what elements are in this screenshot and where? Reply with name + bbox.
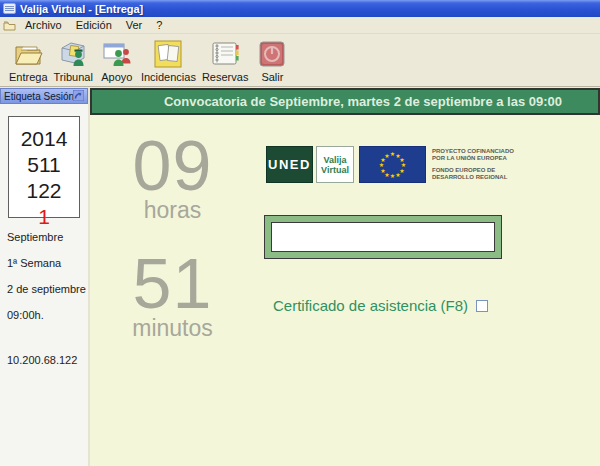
entrega-button[interactable]: Entrega (6, 37, 51, 84)
code-entry-frame (264, 215, 502, 259)
open-folder-icon (12, 38, 44, 70)
menu-help[interactable]: ? (149, 18, 169, 32)
svg-text:★: ★ (390, 172, 395, 179)
sidebar-title: Etiqueta Sesión (4, 91, 73, 102)
ip-address: 10.200.68.122 (0, 354, 88, 366)
ballot-box-person-icon (57, 38, 89, 70)
power-button-icon (256, 38, 288, 70)
titlebar: Valija Virtual - [Entrega] (0, 0, 600, 17)
incidencias-label: Incidencias (141, 71, 196, 83)
session-date: 2 de septiembre (7, 283, 88, 295)
salir-label: Salir (261, 71, 283, 83)
session-sidebar: Etiqueta Sesión 2014 511 122 1 Septiembr… (0, 88, 90, 466)
code-entry-input[interactable] (271, 222, 495, 252)
menu-ver[interactable]: Ver (119, 18, 150, 32)
countdown-clock: 09 horas 51 minutos (100, 136, 245, 340)
svg-text:★: ★ (395, 171, 400, 178)
session-label-box: 2014 511 122 1 (8, 116, 80, 218)
sticky-notes-icon (152, 38, 184, 70)
entrega-label: Entrega (9, 71, 48, 83)
main-panel: Convocatoria de Septiembre, martes 2 de … (90, 88, 600, 466)
session-number: 1 (9, 204, 79, 230)
uned-logo: UNED (266, 146, 313, 183)
undock-panel-icon[interactable] (73, 90, 84, 103)
apoyo-button[interactable]: Apoyo (96, 37, 138, 84)
session-center: 511 (9, 152, 79, 178)
convocatoria-header: Convocatoria de Septiembre, martes 2 de … (90, 88, 600, 115)
clock-hours-label: horas (100, 198, 245, 222)
certificate-label: Certificado de asistencia (F8) (273, 297, 468, 314)
menu-edicion[interactable]: Edición (69, 18, 119, 32)
tribunal-label: Tribunal (54, 71, 93, 83)
eu-funding-line1: PROYECTO COFINANCIADO POR LA UNIÓN EUROP… (432, 148, 522, 162)
eu-funding-text: PROYECTO COFINANCIADO POR LA UNIÓN EUROP… (432, 146, 522, 183)
session-room: 122 (9, 178, 79, 204)
eu-funding-line2: FONDO EUROPEO DE DESARROLLO REGIONAL (432, 167, 522, 181)
valija-virtual-logo: Valija Virtual (316, 146, 354, 183)
certificate-row: Certificado de asistencia (F8) (273, 297, 488, 314)
clock-minutes: 51 (100, 254, 245, 314)
organizer-book-icon (209, 38, 241, 70)
eu-flag-icon: ★ ★ ★ ★ ★ ★ ★ ★ ★ ★ ★ ★ (359, 146, 426, 183)
valija-logo-line2: Virtual (321, 165, 349, 175)
clock-hours: 09 (100, 136, 245, 196)
apoyo-label: Apoyo (101, 71, 132, 83)
salir-button[interactable]: Salir (251, 37, 293, 84)
sidebar-header: Etiqueta Sesión (0, 88, 88, 104)
session-info: Septiembre 1ª Semana 2 de septiembre 09:… (0, 231, 88, 335)
incidencias-button[interactable]: Incidencias (138, 37, 199, 84)
reservas-label: Reservas (202, 71, 248, 83)
certificate-checkbox[interactable] (476, 300, 488, 312)
clock-minutes-label: minutos (100, 316, 245, 340)
session-year: 2014 (9, 126, 79, 152)
session-month: Septiembre (7, 231, 88, 243)
menu-archivo[interactable]: Archivo (18, 18, 69, 32)
svg-text:★: ★ (384, 152, 389, 159)
toolbar: Entrega Tribunal (0, 34, 600, 87)
menubar: Archivo Edición Ver ? (0, 17, 600, 34)
window-title: Valija Virtual - [Entrega] (20, 3, 143, 15)
window-body: Etiqueta Sesión 2014 511 122 1 Septiembr… (0, 88, 600, 466)
app-window-icon (3, 3, 16, 14)
window-people-icon (101, 38, 133, 70)
app-window: Valija Virtual - [Entrega] Archivo Edici… (0, 0, 600, 466)
reservas-button[interactable]: Reservas (199, 37, 251, 84)
valija-logo-line1: Valija (323, 155, 346, 165)
folder-icon (0, 20, 18, 31)
tribunal-button[interactable]: Tribunal (51, 37, 96, 84)
logos-row: UNED Valija Virtual ★ ★ ★ ★ ★ ★ (266, 146, 522, 183)
session-week: 1ª Semana (7, 257, 88, 269)
session-time: 09:00h. (7, 309, 88, 321)
